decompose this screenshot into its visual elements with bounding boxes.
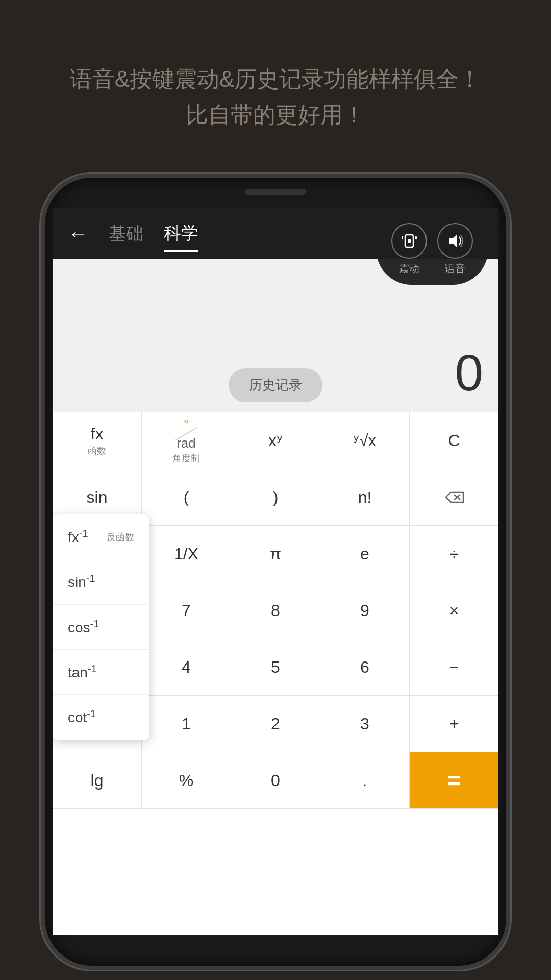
phone-frame: ← 基础 科学 震动 [41, 174, 510, 970]
svg-rect-1 [408, 239, 411, 243]
phone-screen: ← 基础 科学 震动 [53, 208, 498, 935]
key-main-label: 2 [271, 715, 280, 733]
key-main-label: ( [184, 488, 189, 507]
key-4-4[interactable]: − [410, 639, 498, 695]
top-nav: ← 基础 科学 震动 [53, 208, 498, 259]
volume-up-button [41, 280, 42, 321]
key-6-1[interactable]: % [142, 752, 231, 808]
key-2-2[interactable]: π [231, 526, 320, 582]
key-main-label: 7 [182, 601, 191, 620]
key-main-label: C [448, 431, 460, 450]
svg-marker-4 [449, 234, 457, 248]
audio-icon [437, 223, 473, 259]
tab-basic[interactable]: 基础 [109, 217, 143, 251]
key-row-6: lg%0.= [53, 752, 498, 809]
key-3-1[interactable]: 7 [142, 582, 231, 639]
key-5-2[interactable]: 2 [231, 696, 320, 752]
volume-down-button [41, 336, 42, 377]
phone-speaker [245, 189, 306, 195]
key-1-1[interactable]: ( [142, 469, 231, 525]
audio-label: 语音 [445, 262, 465, 276]
key-main-label: e [360, 545, 369, 564]
key-5-3[interactable]: 3 [320, 696, 410, 752]
vibrate-button[interactable]: 震动 [391, 223, 427, 276]
header-line2: 比自带的更好用！ [41, 97, 510, 133]
popup-sin-inverse[interactable]: sin-1 [53, 559, 149, 604]
key-2-3[interactable]: e [320, 526, 410, 582]
key-main-label: ʸ√x [353, 431, 377, 450]
key-4-2[interactable]: 5 [231, 639, 320, 695]
key-main-label: n! [358, 488, 372, 507]
key-row-0: fx函数 ° rad 角度制 xʸʸ√xC [53, 412, 498, 469]
display-value: 0 [455, 344, 483, 402]
backspace-icon [444, 489, 464, 505]
degree-radian-icon: ° rad [173, 416, 199, 451]
popup-fx-inverse[interactable]: fx-1 反函数 [53, 514, 149, 559]
header-line1: 语音&按键震动&历史记录功能样样俱全！ [41, 61, 510, 97]
key-4-1[interactable]: 4 [142, 639, 231, 695]
key-1-2[interactable]: ) [231, 469, 320, 525]
key-main-label: π [270, 545, 281, 564]
key-main-label: 8 [271, 601, 280, 620]
key-main-label: 1/X [174, 545, 198, 564]
history-button[interactable]: 历史记录 [229, 368, 322, 402]
key-main-label: − [449, 658, 459, 677]
key-1-3[interactable]: n! [320, 469, 410, 525]
svg-rect-2 [402, 236, 403, 239]
key-main-label: × [449, 601, 459, 620]
key-main-label: 0 [271, 771, 280, 790]
key-1-4[interactable] [410, 469, 498, 525]
key-6-3[interactable]: . [320, 752, 410, 808]
key-0-4[interactable]: C [410, 412, 498, 469]
key-4-3[interactable]: 6 [320, 639, 410, 695]
key-3-2[interactable]: 8 [231, 582, 320, 639]
key-main-label: lg [91, 771, 104, 790]
key-6-2[interactable]: 0 [231, 752, 320, 808]
key-main-label: 3 [360, 715, 369, 733]
key-6-0[interactable]: lg [53, 752, 142, 808]
key-3-4[interactable]: × [410, 582, 498, 639]
key-sub-label: 函数 [88, 445, 106, 457]
key-sub-label: 角度制 [172, 452, 200, 464]
page-header: 语音&按键震动&历史记录功能样样俱全！ 比自带的更好用！ [0, 0, 551, 164]
key-2-4[interactable]: ÷ [410, 526, 498, 582]
key-main-label: . [363, 771, 367, 790]
tab-science[interactable]: 科学 [164, 216, 198, 252]
key-main-label: + [449, 715, 459, 733]
key-main-label: 1 [182, 715, 191, 733]
key-main-label: fx [91, 425, 104, 444]
key-3-3[interactable]: 9 [320, 582, 410, 639]
key-main-label: 5 [271, 658, 280, 677]
popup-cot-inverse[interactable]: cot-1 [53, 695, 149, 740]
vibrate-label: 震动 [399, 262, 419, 276]
vibrate-icon [391, 223, 427, 259]
key-main-label: xʸ [268, 431, 283, 450]
key-main-label: 4 [182, 658, 191, 677]
key-main-label: 6 [360, 658, 369, 677]
key-5-4[interactable]: + [410, 696, 498, 752]
key-0-3[interactable]: ʸ√x [320, 412, 410, 469]
popup-tan-inverse[interactable]: tan-1 [53, 650, 149, 695]
key-main-label: 9 [360, 601, 369, 620]
key-main-label: ÷ [449, 545, 459, 564]
key-0-0[interactable]: fx函数 [53, 412, 142, 469]
key-main-label: sin [87, 488, 108, 507]
key-5-1[interactable]: 1 [142, 696, 231, 752]
key-main-label: % [179, 771, 193, 790]
popup-cos-inverse[interactable]: cos-1 [53, 605, 149, 650]
power-button [509, 305, 510, 356]
back-button[interactable]: ← [68, 223, 88, 246]
popup-menu: fx-1 反函数 sin-1 cos-1 tan-1 cot-1 [53, 514, 149, 740]
key-6-4[interactable]: = [410, 752, 498, 808]
audio-button[interactable]: 语音 [437, 223, 473, 276]
key-2-1[interactable]: 1/X [142, 526, 231, 582]
key-0-2[interactable]: xʸ [231, 412, 320, 469]
svg-rect-3 [415, 236, 417, 239]
key-main-label: = [447, 767, 461, 795]
floating-menu: 震动 语音 [376, 213, 488, 285]
key-main-label: ) [273, 488, 279, 507]
key-0-1[interactable]: ° rad 角度制 [142, 412, 231, 469]
